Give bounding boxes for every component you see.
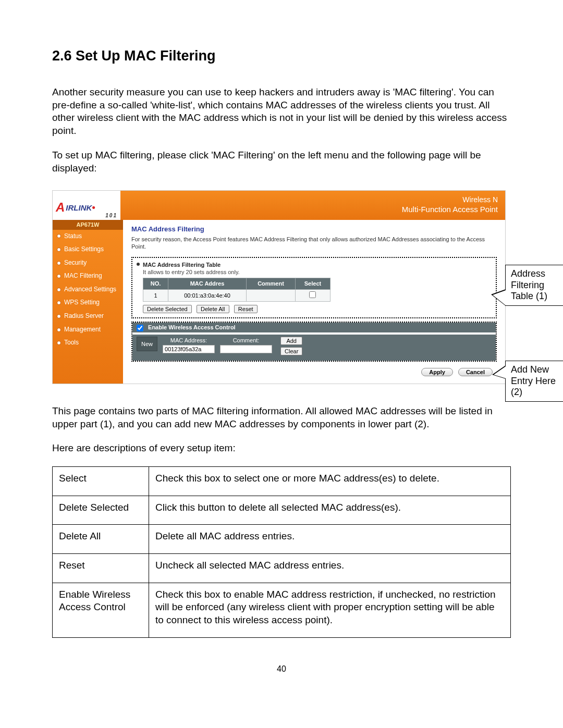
description-table: Select Check this box to select one or m… [52, 466, 511, 638]
main-panel: MAC Address Filtering For security reaso… [123, 220, 505, 384]
intro-paragraph-2: To set up MAC filtering, please click 'M… [52, 149, 511, 175]
model-label: AP671W [53, 220, 123, 229]
add-entry-section: Enable Wireless Access Control New MAC A… [131, 322, 497, 362]
delete-selected-button[interactable]: Delete Selected [143, 305, 192, 313]
page-title: 2.6 Set Up MAC Filtering [52, 47, 511, 65]
col-no: NO. [143, 278, 168, 289]
callout-filtering-table: Address Filtering Table (1) [505, 265, 563, 306]
col-mac: MAC Addres [168, 278, 247, 289]
sidebar-item-status[interactable]: Status [53, 230, 123, 243]
table-row: Select Check this box to select one or m… [53, 467, 511, 496]
filtering-table-header: MAC Address Filtering Table [136, 261, 493, 268]
row-select-checkbox[interactable] [309, 291, 316, 298]
comment-label: Comment: [233, 337, 260, 344]
clear-button[interactable]: Clear [280, 347, 302, 355]
cancel-button[interactable]: Cancel [458, 368, 493, 376]
banner: Wireless N Multi-Function Access Point [120, 191, 505, 220]
cell-no: 1 [143, 289, 168, 301]
col-select: Select [295, 278, 330, 289]
sidebar-item-wps-setting[interactable]: WPS Setting [53, 296, 123, 310]
panel-description: For security reason, the Access Point fe… [131, 236, 497, 251]
desc-val: Uncheck all selected MAC address entries… [149, 554, 511, 583]
enable-access-control-label: Enable Wireless Access Control [148, 324, 236, 330]
enable-access-control-checkbox[interactable] [137, 325, 143, 331]
intro-paragraph-1: Another security measure you can use to … [52, 86, 511, 138]
banner-line2: Multi-Function Access Point [128, 204, 498, 215]
desc-key: Delete Selected [53, 496, 149, 525]
explain-paragraph-1: This page contains two parts of MAC filt… [52, 405, 511, 430]
sidebar: AP671W Status Basic Settings Security MA… [53, 220, 123, 384]
sidebar-item-security[interactable]: Security [53, 256, 123, 270]
apply-button[interactable]: Apply [421, 368, 453, 376]
panel-title: MAC Address Filtering [131, 225, 497, 234]
mac-table-header-row: NO. MAC Addres Comment Select [143, 278, 331, 289]
sidebar-item-basic-settings[interactable]: Basic Settings [53, 243, 123, 256]
table-row: Delete Selected Click this button to del… [53, 496, 511, 525]
desc-key: Delete All [53, 525, 149, 554]
callout-add-entry: Add New Entry Here (2) [505, 361, 563, 402]
desc-val: Click this button to delete all selected… [149, 496, 511, 525]
new-label: New [137, 337, 157, 351]
brand-logo: AIRLINK• 101 [53, 191, 120, 220]
sidebar-item-management[interactable]: Management [53, 323, 123, 337]
table-row: Delete All Delete all MAC address entrie… [53, 525, 511, 554]
desc-key: Enable Wireless Access Control [53, 583, 149, 637]
sidebar-item-advanced-settings[interactable]: Advanced Settings [53, 283, 123, 297]
desc-key: Reset [53, 554, 149, 583]
cell-mac: 00:01:a3:0a:4e:40 [168, 289, 247, 301]
reset-button[interactable]: Reset [234, 305, 258, 313]
enable-access-control-row: Enable Wireless Access Control [132, 323, 496, 332]
cell-comment [247, 289, 296, 301]
desc-key: Select [53, 467, 149, 496]
banner-line1: Wireless N [128, 195, 498, 204]
mac-address-label: MAC Address: [170, 337, 207, 344]
comment-input[interactable] [220, 345, 272, 353]
delete-all-button[interactable]: Delete All [197, 305, 229, 313]
desc-val: Check this box to enable MAC address res… [149, 583, 511, 637]
mac-table: NO. MAC Addres Comment Select 1 00:01:a3… [143, 278, 331, 302]
desc-val: Delete all MAC address entries. [149, 525, 511, 554]
filtering-table-section: MAC Address Filtering Table It allows to… [131, 257, 497, 319]
explain-paragraph-2: Here are descriptions of every setup ite… [52, 442, 511, 455]
mac-address-input[interactable] [163, 345, 215, 353]
table-row: Enable Wireless Access Control Check thi… [53, 583, 511, 637]
table-row: Reset Uncheck all selected MAC address e… [53, 554, 511, 583]
sidebar-item-mac-filtering[interactable]: MAC Filtering [53, 269, 123, 283]
filtering-table-sub: It allows to entry 20 sets address only. [136, 268, 493, 276]
router-ui-screenshot: AIRLINK• 101 Wireless N Multi-Function A… [52, 190, 506, 384]
desc-val: Check this box to select one or more MAC… [149, 467, 511, 496]
add-button[interactable]: Add [280, 337, 302, 345]
page-number: 40 [52, 664, 511, 675]
table-row: 1 00:01:a3:0a:4e:40 [143, 289, 331, 301]
sidebar-item-radius-server[interactable]: Radius Server [53, 310, 123, 323]
sidebar-item-tools[interactable]: Tools [53, 336, 123, 350]
cell-select [295, 289, 330, 301]
col-comment: Comment [247, 278, 296, 289]
